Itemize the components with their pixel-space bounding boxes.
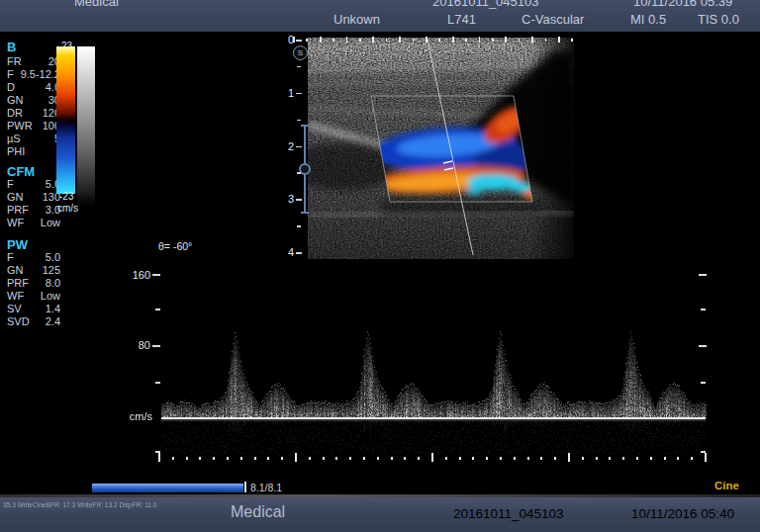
top-bar: Medical 20161011_045103 10/11/2016 05:39… <box>0 0 760 32</box>
param-label: GN <box>7 191 24 203</box>
velocity-unit-label: cm/s <box>119 410 152 422</box>
velocity-tick <box>152 345 160 347</box>
time-tick-minor <box>650 457 652 460</box>
time-tick-minor <box>459 457 461 460</box>
patient-name: Unkown <box>333 12 380 27</box>
time-tick-minor <box>514 457 516 460</box>
time-tick-minor <box>335 457 337 460</box>
ruler-tick <box>531 37 533 43</box>
ruler-dot <box>359 39 361 42</box>
time-tick-minor <box>636 457 638 460</box>
param-label: PHI <box>7 145 25 157</box>
param-row: GN30 <box>7 94 58 107</box>
colorbar-unit-label: cm/s <box>57 203 78 214</box>
depth-tick-minor <box>297 225 301 227</box>
tis-value: TIS 0.0 <box>698 12 739 27</box>
ruler-tick <box>426 37 428 43</box>
time-tick-major <box>295 453 297 462</box>
time-tick-minor <box>404 457 406 460</box>
time-tick-minor <box>596 457 598 460</box>
time-tick-minor <box>267 457 269 460</box>
ruler-dot <box>413 39 415 42</box>
ruler-dot <box>465 39 467 42</box>
ruler-tick <box>479 37 481 43</box>
param-value: Low <box>41 217 60 229</box>
time-tick-minor <box>172 457 174 460</box>
param-value: 8.0 <box>46 277 60 290</box>
time-tick-minor <box>199 457 201 460</box>
cine-progress-bar[interactable] <box>92 484 243 492</box>
param-value: 2.4 <box>46 315 60 328</box>
mi-value: MI 0.5 <box>630 12 666 27</box>
param-row: SV1.4 <box>7 303 58 315</box>
time-tick-minor <box>664 457 666 460</box>
spectral-baseline[interactable] <box>161 417 706 419</box>
time-tick-major <box>158 453 160 462</box>
cfm-colorbar <box>56 46 75 194</box>
depth-label: 4 <box>280 246 294 258</box>
depth-label: 1 <box>280 87 294 99</box>
pw-header: PW <box>7 237 66 252</box>
app-title-top: Medical <box>74 0 119 9</box>
time-tick-minor <box>281 457 283 460</box>
study-id-bottom: 20161011_045103 <box>453 506 564 521</box>
gray-map-bar <box>77 46 95 206</box>
ruler-dot <box>332 39 334 42</box>
gate-depth-marker[interactable] <box>299 163 311 175</box>
depth-tick-major <box>296 40 302 42</box>
pw-params: F5.0GN125PRF8.0WFLowSV1.4SVD2.4 <box>7 251 58 328</box>
preset-label: C-Vascular <box>522 12 584 27</box>
b-mode-image <box>308 38 574 259</box>
vendor-logo: S <box>293 45 308 60</box>
depth-label: 0 <box>280 34 294 45</box>
depth-tick-minor <box>297 172 301 174</box>
param-row: PRF8.0 <box>7 277 58 290</box>
cine-mode-label: Cine <box>714 480 739 491</box>
ruler-tick <box>399 37 401 43</box>
time-tick-minor <box>527 457 529 460</box>
param-value: Low <box>41 290 60 303</box>
param-label: D <box>7 81 15 93</box>
param-label: F <box>7 251 14 263</box>
velocity-label-80: 80 <box>125 339 150 351</box>
time-tick-minor <box>472 457 474 460</box>
b-mode-params: FR20F9.5-12.2D4.0GN30DR120PWR100µS5PHI <box>7 55 58 158</box>
depth-tick-major <box>296 199 302 201</box>
depth-label: 3 <box>280 193 294 205</box>
time-tick-minor <box>691 457 693 460</box>
velocity-tick <box>152 274 160 276</box>
param-row: DR120 <box>7 107 58 120</box>
param-row: FR20 <box>7 55 58 68</box>
ruler-tick <box>505 37 507 43</box>
velocity-tick <box>155 382 160 384</box>
depth-tick-major <box>296 146 302 148</box>
param-label: WF <box>7 217 24 228</box>
param-row: PRF3.0 <box>7 204 58 217</box>
datetime-top: 10/11/2016 05:39 <box>633 0 732 9</box>
param-value: 5.0 <box>46 251 60 264</box>
time-tick-minor <box>391 457 393 460</box>
param-label: F <box>7 178 14 190</box>
colorbar-min-label: -23 <box>59 191 73 202</box>
time-tick-minor <box>349 457 351 460</box>
ruler-dot <box>492 39 494 42</box>
param-row: F5.0 <box>7 178 58 191</box>
param-label: SVD <box>7 315 30 327</box>
velocity-label-160: 160 <box>125 269 150 281</box>
spectral-doppler-trace <box>158 265 707 455</box>
ultrasound-screen: Medical 20161011_045103 10/11/2016 05:39… <box>0 0 760 532</box>
time-tick-minor <box>227 457 229 460</box>
bracket-bottom-cap <box>301 212 309 214</box>
cine-position-marker[interactable] <box>244 482 246 492</box>
param-label: PRF <box>7 204 29 216</box>
param-label: FR <box>7 55 22 67</box>
velocity-tick <box>699 345 707 347</box>
time-tick-minor <box>363 457 365 460</box>
param-row: PHI <box>7 145 58 158</box>
ruler-dot <box>386 39 388 42</box>
cfm-params: F5.0GN130PRF3.0WFLow <box>7 178 58 229</box>
ruler-dot <box>438 39 440 42</box>
time-tick-minor <box>582 457 584 460</box>
width-ruler <box>293 37 572 44</box>
param-row: F9.5-12.2 <box>7 68 58 81</box>
